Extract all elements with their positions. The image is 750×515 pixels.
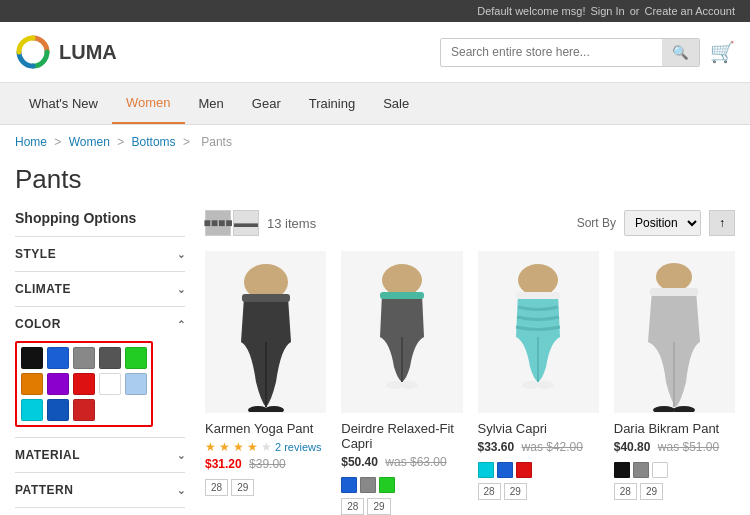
- product-image: [614, 251, 735, 413]
- cart-icon[interactable]: 🛒: [710, 40, 735, 64]
- nav-sale[interactable]: Sale: [369, 84, 423, 123]
- chevron-down-icon-material: ⌄: [177, 450, 186, 461]
- filter-material-label: MATERIAL: [15, 448, 80, 462]
- welcome-msg: Default welcome msg!: [477, 5, 585, 17]
- color-swatch-gray[interactable]: [73, 347, 95, 369]
- search-input[interactable]: [441, 39, 662, 65]
- breadcrumb-sep2: >: [117, 135, 127, 149]
- color-swatch-lightblue[interactable]: [125, 373, 147, 395]
- price-row: $33.60 was $42.00: [478, 440, 599, 454]
- price-row: $40.80 was $51.00: [614, 440, 735, 454]
- price-was: was $63.00: [385, 455, 446, 469]
- color-swatch-red[interactable]: [73, 373, 95, 395]
- swatch-gray[interactable]: [360, 477, 376, 493]
- toolbar-left: ■■■■ ▬▬ 13 items: [205, 210, 316, 236]
- color-swatch-navy[interactable]: [47, 399, 69, 421]
- color-swatch-darkred[interactable]: [73, 399, 95, 421]
- product-sizes: 28 29: [341, 498, 462, 515]
- size-28[interactable]: 28: [341, 498, 364, 515]
- nav-men[interactable]: Men: [185, 84, 238, 123]
- products-toolbar: ■■■■ ▬▬ 13 items Sort By Position Name P…: [205, 210, 735, 236]
- logo[interactable]: LUMA: [15, 34, 117, 70]
- size-28[interactable]: 28: [205, 479, 228, 496]
- swatch-blue[interactable]: [497, 462, 513, 478]
- product-colors: [341, 477, 462, 493]
- chevron-down-icon-pattern: ⌄: [177, 485, 186, 496]
- filter-color: COLOR ⌃: [15, 306, 185, 437]
- color-swatch-purple[interactable]: [47, 373, 69, 395]
- product-image: [478, 251, 599, 413]
- filter-material-header[interactable]: MATERIAL ⌄: [15, 438, 185, 472]
- filter-style-header[interactable]: STYLE ⌄: [15, 237, 185, 271]
- breadcrumb-women[interactable]: Women: [69, 135, 110, 149]
- product-sizes: 28 29: [205, 479, 326, 496]
- breadcrumb-bottoms[interactable]: Bottoms: [132, 135, 176, 149]
- create-account-link[interactable]: Create an Account: [644, 5, 735, 17]
- logo-text: LUMA: [59, 41, 117, 64]
- star-1: ★: [205, 440, 216, 454]
- filter-price-header[interactable]: PRICE ⌄: [15, 508, 185, 515]
- breadcrumb-home[interactable]: Home: [15, 135, 47, 149]
- swatch-black[interactable]: [614, 462, 630, 478]
- product-image: [341, 251, 462, 413]
- size-29[interactable]: 29: [504, 483, 527, 500]
- price-row: $31.20 $39.00: [205, 457, 326, 471]
- chevron-down-icon: ⌄: [177, 249, 186, 260]
- color-swatch-cyan[interactable]: [21, 399, 43, 421]
- product-name[interactable]: Karmen Yoga Pant: [205, 421, 326, 436]
- breadcrumb-pants: Pants: [201, 135, 232, 149]
- color-swatch-blue[interactable]: [47, 347, 69, 369]
- product-stars: ★ ★ ★ ★ ★ 2 reviews: [205, 440, 326, 454]
- size-28[interactable]: 28: [614, 483, 637, 500]
- product-image-svg: [206, 252, 326, 412]
- list-view-button[interactable]: ▬▬: [233, 210, 259, 236]
- product-name[interactable]: Daria Bikram Pant: [614, 421, 735, 436]
- or-separator: or: [630, 5, 640, 17]
- product-name[interactable]: Deirdre Relaxed-Fit Capri: [341, 421, 462, 451]
- price-current: $50.40: [341, 455, 378, 469]
- nav-gear[interactable]: Gear: [238, 84, 295, 123]
- signin-link[interactable]: Sign In: [590, 5, 624, 17]
- color-swatch-black[interactable]: [21, 347, 43, 369]
- swatch-gray[interactable]: [633, 462, 649, 478]
- breadcrumb: Home > Women > Bottoms > Pants: [0, 125, 750, 159]
- color-swatch-orange[interactable]: [21, 373, 43, 395]
- product-name[interactable]: Sylvia Capri: [478, 421, 599, 436]
- reviews-link[interactable]: 2 reviews: [275, 441, 321, 453]
- size-29[interactable]: 29: [367, 498, 390, 515]
- filter-pattern-label: PATTERN: [15, 483, 73, 497]
- swatch-white[interactable]: [652, 462, 668, 478]
- product-card: Deirdre Relaxed-Fit Capri $50.40 was $63…: [341, 251, 462, 515]
- swatch-green[interactable]: [379, 477, 395, 493]
- price-row: $50.40 was $63.00: [341, 455, 462, 469]
- sort-select[interactable]: Position Name Price: [624, 210, 701, 236]
- price-special: $31.20: [205, 457, 242, 471]
- svg-point-11: [518, 264, 558, 296]
- swatch-blue[interactable]: [341, 477, 357, 493]
- search-button[interactable]: 🔍: [662, 39, 699, 66]
- nav-whats-new[interactable]: What's New: [15, 84, 112, 123]
- color-swatch-darkgray[interactable]: [99, 347, 121, 369]
- swatch-red[interactable]: [516, 462, 532, 478]
- sort-direction-button[interactable]: ↑: [709, 210, 735, 236]
- nav-women[interactable]: Women: [112, 83, 185, 124]
- filter-climate: CLIMATE ⌄: [15, 271, 185, 306]
- filter-climate-header[interactable]: CLIMATE ⌄: [15, 272, 185, 306]
- filter-pattern-header[interactable]: PATTERN ⌄: [15, 473, 185, 507]
- toolbar-right: Sort By Position Name Price ↑: [577, 210, 735, 236]
- sidebar: Shopping Options STYLE ⌄ CLIMATE ⌄ COLOR…: [15, 210, 185, 515]
- nav-training[interactable]: Training: [295, 84, 369, 123]
- color-swatch-white[interactable]: [99, 373, 121, 395]
- product-image: [205, 251, 326, 413]
- filter-style-label: STYLE: [15, 247, 56, 261]
- color-swatch-green[interactable]: [125, 347, 147, 369]
- size-29[interactable]: 29: [231, 479, 254, 496]
- swatch-cyan[interactable]: [478, 462, 494, 478]
- star-4: ★: [247, 440, 258, 454]
- product-card: Sylvia Capri $33.60 was $42.00 28 29: [478, 251, 599, 515]
- size-28[interactable]: 28: [478, 483, 501, 500]
- filter-color-header[interactable]: COLOR ⌃: [15, 307, 185, 341]
- grid-view-button[interactable]: ■■■■: [205, 210, 231, 236]
- size-29[interactable]: 29: [640, 483, 663, 500]
- sort-label: Sort By: [577, 216, 616, 230]
